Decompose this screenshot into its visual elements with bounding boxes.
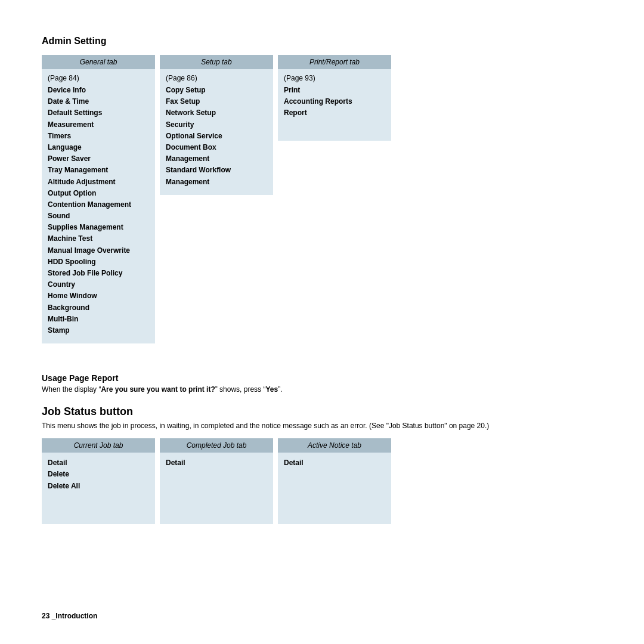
- tab-item: Supplies Management: [48, 222, 149, 233]
- tab-item: Timers: [48, 131, 149, 142]
- current-job-tab-column: Current Job tab Detail Delete Delete All: [42, 438, 155, 524]
- tab-item: Management: [166, 153, 267, 165]
- active-notice-tab-column: Active Notice tab Detail: [278, 438, 391, 524]
- usage-page-report-title: Usage Page Report: [42, 373, 602, 383]
- usage-page-report-text: When the display “Are you sure you want …: [42, 385, 602, 394]
- tab-item: Default Settings: [48, 107, 149, 119]
- tab-item: Network Setup: [166, 107, 267, 119]
- tab-item: Background: [48, 302, 149, 314]
- tab-item: Measurement: [48, 119, 149, 131]
- tab-item: Stamp: [48, 325, 149, 336]
- active-notice-tab-body: Detail: [278, 453, 391, 524]
- job-status-tabs: Current Job tab Detail Delete Delete All…: [42, 438, 602, 524]
- tab-item: Contention Management: [48, 199, 149, 210]
- tab-item: Sound: [48, 210, 149, 222]
- setup-tab-page-ref: (Page 86): [166, 74, 267, 82]
- current-job-tab-header: Current Job tab: [42, 438, 155, 453]
- tab-item: Report: [284, 107, 385, 119]
- print-report-tab-column: Print/Report tab (Page 93) Print Account…: [278, 55, 391, 141]
- completed-job-tab-column: Completed Job tab Detail: [160, 438, 273, 524]
- tab-item: Altitude Adjustment: [48, 177, 149, 188]
- tab-item: Delete All: [48, 481, 149, 492]
- tab-item: Home Window: [48, 290, 149, 302]
- tab-item: Stored Job File Policy: [48, 268, 149, 279]
- job-status-title: Job Status button: [42, 405, 602, 418]
- tab-item: Manual Image Overwrite: [48, 245, 149, 256]
- tab-item: Output Option: [48, 188, 149, 199]
- tab-item: Optional Service: [166, 131, 267, 142]
- general-tab-header: General tab: [42, 55, 155, 69]
- tab-item: Device Info: [48, 85, 149, 96]
- tab-item: HDD Spooling: [48, 256, 149, 268]
- setup-tab-column: Setup tab (Page 86) Copy Setup Fax Setup…: [160, 55, 273, 195]
- completed-job-tab-header: Completed Job tab: [160, 438, 273, 453]
- print-report-tab-body: (Page 93) Print Accounting Reports Repor…: [278, 69, 391, 141]
- admin-setting-tabs: General tab (Page 84) Device Info Date &…: [42, 55, 602, 343]
- general-tab-body: (Page 84) Device Info Date & Time Defaul…: [42, 69, 155, 343]
- completed-job-tab-body: Detail: [160, 453, 273, 524]
- tab-item: Management: [166, 177, 267, 188]
- tab-item: Copy Setup: [166, 85, 267, 96]
- tab-item: Detail: [48, 457, 149, 469]
- tab-item: Detail: [166, 457, 267, 469]
- tab-item: Country: [48, 279, 149, 290]
- general-tab-page-ref: (Page 84): [48, 74, 149, 82]
- tab-item: Language: [48, 142, 149, 153]
- admin-setting-section: Admin Setting General tab (Page 84) Devi…: [42, 36, 602, 343]
- tab-item: Date & Time: [48, 96, 149, 107]
- job-status-section: Job Status button This menu shows the jo…: [42, 405, 602, 524]
- tab-item: Power Saver: [48, 153, 149, 165]
- setup-tab-body: (Page 86) Copy Setup Fax Setup Network S…: [160, 69, 273, 195]
- tab-item: Detail: [284, 457, 385, 469]
- tab-item: Document Box: [166, 142, 267, 153]
- print-report-tab-page-ref: (Page 93): [284, 74, 385, 82]
- tab-item: Machine Test: [48, 233, 149, 244]
- print-report-tab-header: Print/Report tab: [278, 55, 391, 69]
- page-footer: 23 _Introduction: [42, 612, 97, 620]
- tab-item: Multi-Bin: [48, 314, 149, 325]
- active-notice-tab-header: Active Notice tab: [278, 438, 391, 453]
- tab-item: Standard Workflow: [166, 165, 267, 176]
- tab-item: Security: [166, 119, 267, 131]
- admin-setting-title: Admin Setting: [42, 36, 602, 47]
- setup-tab-header: Setup tab: [160, 55, 273, 69]
- tab-item: Fax Setup: [166, 96, 267, 107]
- tab-item: Accounting Reports: [284, 96, 385, 107]
- usage-page-report-section: Usage Page Report When the display “Are …: [42, 373, 602, 394]
- tab-item: Print: [284, 85, 385, 96]
- general-tab-column: General tab (Page 84) Device Info Date &…: [42, 55, 155, 343]
- job-status-description: This menu shows the job in process, in w…: [42, 422, 602, 430]
- tab-item: Delete: [48, 469, 149, 480]
- tab-item: Tray Management: [48, 165, 149, 176]
- current-job-tab-body: Detail Delete Delete All: [42, 453, 155, 524]
